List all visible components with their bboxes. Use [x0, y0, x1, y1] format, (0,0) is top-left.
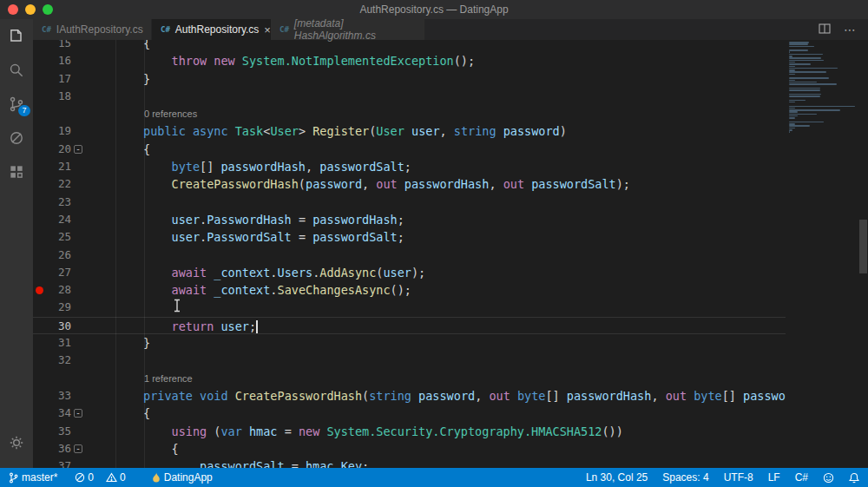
code-line-36[interactable]: 36- { — [33, 440, 868, 457]
breakpoint-margin[interactable] — [33, 299, 45, 316]
codelens-label[interactable]: 0 references — [87, 105, 197, 122]
breakpoint-margin[interactable] — [33, 423, 45, 440]
code-line-31[interactable]: 31 } — [33, 334, 868, 352]
code-line-37[interactable]: 37 passwordSalt = hmac.Key; — [33, 457, 868, 468]
code-line-18[interactable]: 18 — [33, 88, 868, 105]
breakpoint-margin[interactable] — [33, 158, 45, 175]
notifications-bell-icon[interactable] — [849, 472, 859, 484]
code-line-35[interactable]: 35 using (var hmac = new System.Security… — [33, 423, 868, 440]
breakpoint-margin[interactable] — [33, 141, 45, 158]
code-line-22[interactable]: 22 CreatePasswordHash(password, out pass… — [33, 175, 868, 193]
eol-indicator[interactable]: LF — [768, 471, 780, 484]
problems-indicator[interactable]: 0 0 — [75, 471, 134, 484]
code-line-16[interactable]: 16 throw new System.NotImplementedExcept… — [33, 52, 868, 69]
minimap-line — [789, 114, 817, 115]
minimize-window-button[interactable] — [25, 4, 36, 15]
language-mode-indicator[interactable]: C# — [795, 471, 808, 484]
breakpoint-margin[interactable] — [33, 264, 45, 281]
language-label: C# — [795, 471, 808, 484]
fold-collapse-icon[interactable]: - — [74, 444, 82, 453]
more-actions-icon[interactable]: ⋯ — [844, 25, 856, 34]
fold-collapse-icon[interactable]: - — [74, 409, 82, 418]
source-control-icon[interactable]: 7 — [0, 87, 33, 121]
code-line-30[interactable]: 30 return user; — [33, 317, 868, 334]
tab-authrepository[interactable]: C# AuthRepository.cs × — [152, 19, 271, 40]
codelens-row[interactable]: 0 references — [33, 105, 868, 122]
breakpoint-margin[interactable] — [33, 440, 45, 457]
status-bar: master* 0 0 DatingApp Ln 30, Col 25 Spac… — [0, 468, 868, 487]
extensions-icon[interactable] — [0, 155, 33, 188]
code-text: private void CreatePasswordHash(string p… — [87, 387, 835, 405]
breakpoint-margin[interactable] — [33, 52, 45, 69]
omnisharp-project-indicator[interactable]: DatingApp — [152, 471, 213, 484]
tab-hashalgorithm-metadata[interactable]: C# [metadata] HashAlgorithm.cs — [271, 19, 425, 40]
code-line-21[interactable]: 21 byte[] passwordHash, passwordSalt; — [33, 158, 868, 175]
code-line-24[interactable]: 24 user.PasswordHash = passwordHash; — [33, 211, 868, 228]
line-number: 33 — [45, 387, 71, 405]
breakpoint-margin[interactable] — [33, 352, 45, 369]
breakpoint-margin[interactable] — [33, 405, 45, 422]
breakpoint-margin[interactable] — [33, 334, 45, 352]
code-line-34[interactable]: 34- { — [33, 405, 868, 422]
code-line-33[interactable]: 33 private void CreatePasswordHash(strin… — [33, 387, 868, 405]
breakpoint-margin[interactable] — [33, 457, 45, 468]
breakpoint-margin[interactable] — [33, 88, 45, 105]
breakpoint-margin[interactable] — [33, 228, 45, 246]
cursor-position-indicator[interactable]: Ln 30, Col 25 — [586, 471, 648, 484]
breakpoint-margin[interactable] — [33, 370, 45, 387]
fold-collapse-icon[interactable]: - — [74, 145, 82, 154]
zoom-window-button[interactable] — [43, 4, 53, 15]
minimap-line — [789, 123, 795, 125]
breakpoint-margin[interactable] — [33, 122, 45, 140]
minimap-line — [789, 109, 840, 111]
settings-gear-icon[interactable] — [0, 425, 33, 459]
text-cursor — [256, 320, 258, 333]
code-line-29[interactable]: 29 — [33, 299, 868, 316]
editor[interactable]: 15 {16 throw new System.NotImplementedEx… — [33, 40, 868, 468]
minimap-line — [789, 56, 792, 57]
minimap-line — [789, 80, 795, 82]
breakpoint-margin[interactable] — [33, 211, 45, 228]
debug-icon[interactable] — [0, 121, 33, 155]
close-window-button[interactable] — [8, 4, 18, 15]
code-line-27[interactable]: 27 await _context.Users.AddAsync(user); — [33, 264, 868, 281]
codelens-row[interactable]: 1 reference — [33, 370, 868, 387]
code-line-26[interactable]: 26 — [33, 247, 868, 264]
window-title: AuthRepository.cs — DatingApp — [359, 3, 508, 16]
code-line-19[interactable]: 19 public async Task<User> Register(User… — [33, 122, 868, 140]
search-icon[interactable] — [0, 53, 33, 87]
breakpoint-margin[interactable] — [33, 194, 45, 211]
split-editor-icon[interactable] — [819, 22, 831, 37]
encoding-indicator[interactable]: UTF-8 — [724, 471, 753, 484]
minimap-line — [789, 115, 798, 117]
breakpoint-margin[interactable] — [33, 70, 45, 88]
close-tab-icon[interactable]: × — [264, 24, 271, 36]
indentation-indicator[interactable]: Spaces: 4 — [662, 471, 708, 484]
minimap[interactable] — [789, 42, 857, 134]
breakpoint-margin[interactable] — [33, 387, 45, 405]
code-line-23[interactable]: 23 — [33, 194, 868, 211]
line-number: 21 — [45, 158, 71, 175]
git-branch-indicator[interactable]: master* — [9, 471, 57, 484]
breakpoint-margin[interactable] — [33, 247, 45, 264]
breakpoint-margin[interactable] — [33, 281, 45, 299]
title-bar: AuthRepository.cs — DatingApp — [0, 0, 868, 19]
code-line-15[interactable]: 15 { — [33, 40, 868, 52]
explorer-icon[interactable] — [0, 19, 33, 53]
code-line-28[interactable]: 28 await _context.SaveChangesAsync(); — [33, 281, 868, 299]
code-text: user.PasswordSalt = passwordSalt; — [87, 228, 404, 246]
tab-iauthrepository[interactable]: C# IAuthRepository.cs — [33, 19, 152, 40]
minimap-line — [789, 77, 829, 79]
breakpoint-margin[interactable] — [33, 105, 45, 122]
feedback-smiley-icon[interactable] — [823, 472, 834, 484]
code-line-20[interactable]: 20- { — [33, 141, 868, 158]
code-line-25[interactable]: 25 user.PasswordSalt = passwordSalt; — [33, 228, 868, 246]
code-line-32[interactable]: 32 — [33, 352, 868, 369]
breakpoint-margin[interactable] — [33, 318, 45, 333]
breakpoint-margin[interactable] — [33, 175, 45, 193]
code-line-17[interactable]: 17 } — [33, 70, 868, 88]
breakpoint-margin[interactable] — [33, 40, 45, 52]
editor-scrollbar[interactable] — [859, 220, 867, 273]
fold-margin — [71, 175, 87, 193]
codelens-label[interactable]: 1 reference — [87, 370, 193, 387]
